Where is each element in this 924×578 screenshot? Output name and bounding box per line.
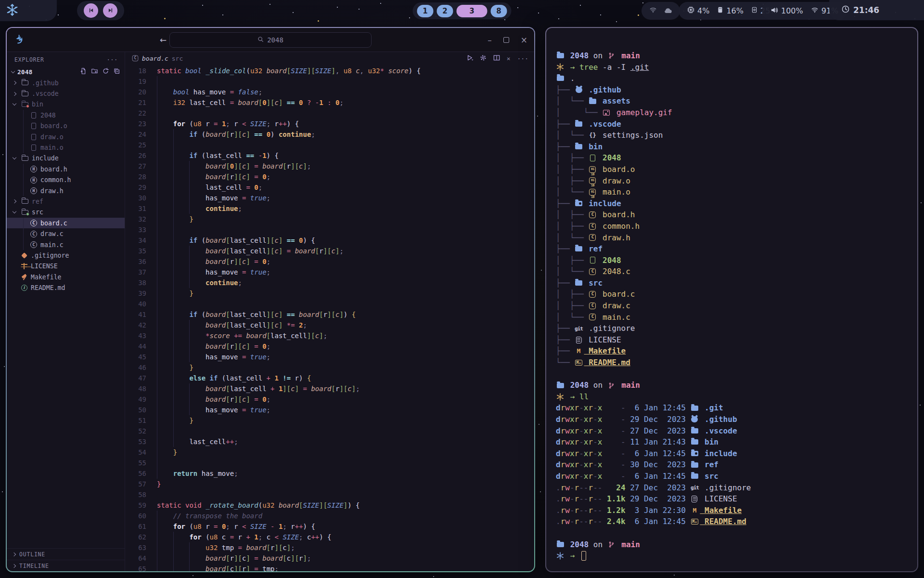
code-line-57[interactable]: 57}	[125, 479, 534, 489]
code-line-37[interactable]: 37has_move = true;	[125, 267, 534, 277]
code-line-62[interactable]: 62for (u8 c = r + 1; c < SIZE; c++) {	[125, 532, 534, 542]
breadcrumb[interactable]: C board.c src × ···	[125, 52, 534, 65]
code-line-44[interactable]: 44board[r][c] = 0;	[125, 341, 534, 352]
code-line-36[interactable]: 36board[r][c] = 0;	[125, 256, 534, 267]
tree-item-board-c[interactable]: Cboard.c	[7, 218, 125, 228]
tree-item-common-h[interactable]: Hcommon.h	[7, 175, 125, 185]
workspace-2[interactable]: 2	[437, 5, 453, 17]
editor-titlebar[interactable]: ← → 2048 – ×	[7, 28, 534, 52]
code-line-47[interactable]: 47else if (last_cell + 1 != r) {	[125, 373, 534, 383]
code-line-56[interactable]: 56return has_move;	[125, 468, 534, 479]
code-line-20[interactable]: 20bool has_move = false;	[125, 87, 534, 97]
terminal-content[interactable]: 2048 on main → tree -a -I .git .├── .git…	[546, 28, 917, 571]
code-line-43[interactable]: 43*score += board[last_cell][c];	[125, 330, 534, 341]
code-line-38[interactable]: 38continue;	[125, 277, 534, 288]
code-line-65[interactable]: 65board[c][r] = tmp;	[125, 564, 534, 571]
code-line-26[interactable]: 26if (last_cell == -1) {	[125, 150, 534, 161]
close-editor-icon[interactable]: ×	[507, 55, 511, 62]
media-prev-button[interactable]	[84, 3, 98, 18]
code-line-30[interactable]: 30has_move = true;	[125, 193, 534, 203]
more-actions-icon[interactable]: ···	[517, 55, 528, 62]
code-line-61[interactable]: 61for (u8 r = 0; r < SIZE - 1; r++) {	[125, 521, 534, 532]
code-line-52[interactable]: 52	[125, 426, 534, 436]
code-line-51[interactable]: 51}	[125, 415, 534, 426]
tree-item-2048[interactable]: 2048	[7, 110, 125, 120]
code-line-59[interactable]: 59static void _rotate_board(u32 board[SI…	[125, 500, 534, 511]
new-file-icon[interactable]	[80, 68, 87, 76]
code-line-24[interactable]: 24if (board[r][c] == 0) continue;	[125, 129, 534, 140]
launcher-module[interactable]	[0, 0, 57, 21]
code-line-33[interactable]: 33	[125, 224, 534, 235]
breadcrumb-folder[interactable]: src	[172, 55, 183, 62]
breadcrumb-file[interactable]: board.c	[142, 55, 168, 62]
code-line-55[interactable]: 55	[125, 458, 534, 468]
tree-item-board-h[interactable]: Hboard.h	[7, 164, 125, 174]
tree-item-board-o[interactable]: board.o	[7, 121, 125, 131]
code-line-34[interactable]: 34if (board[last_cell][c] == 0) {	[125, 235, 534, 246]
nav-back-button[interactable]: ←	[160, 35, 167, 45]
code-line-21[interactable]: 21i32 last_cell = board[0][c] == 0 ? -1 …	[125, 97, 534, 108]
tree-item-ref[interactable]: ref	[7, 196, 125, 207]
maximize-button[interactable]	[503, 37, 509, 43]
tree-item-include[interactable]: include	[7, 153, 125, 164]
code-line-35[interactable]: 35board[last_cell][c] = board[r][c];	[125, 246, 534, 256]
tree-item--gitignore[interactable]: .gitignore	[7, 250, 125, 261]
code-line-45[interactable]: 45has_move = true;	[125, 352, 534, 362]
code-line-42[interactable]: 42board[last_cell][c] *= 2;	[125, 320, 534, 330]
code-line-31[interactable]: 31continue;	[125, 203, 534, 214]
code-line-54[interactable]: 54}	[125, 447, 534, 458]
code-line-22[interactable]: 22	[125, 108, 534, 118]
clock-module[interactable]: 21:46	[829, 0, 924, 20]
code-line-28[interactable]: 28board[r][c] = 0;	[125, 171, 534, 182]
tree-item-LICENSE[interactable]: LICENSE	[7, 261, 125, 272]
workspace-8[interactable]: 8	[491, 5, 507, 17]
workspace-1[interactable]: 1	[417, 5, 434, 17]
code-line-27[interactable]: 27board[0][c] = board[r][c];	[125, 161, 534, 171]
minimize-button[interactable]: –	[488, 35, 492, 45]
close-button[interactable]: ×	[521, 35, 527, 45]
tree-item--vscode[interactable]: .vscode	[7, 88, 125, 99]
code-line-23[interactable]: 23for (u8 r = 1; r < SIZE; r++) {	[125, 118, 534, 129]
tree-item-src[interactable]: src	[7, 207, 125, 218]
code-line-53[interactable]: 53last_cell++;	[125, 436, 534, 447]
outline-panel[interactable]: OUTLINE	[7, 548, 125, 560]
tree-item-Makefile[interactable]: Makefile	[7, 272, 125, 282]
gear-icon[interactable]	[480, 54, 487, 63]
tree-item-draw-h[interactable]: Hdraw.h	[7, 185, 125, 196]
run-debug-icon[interactable]	[466, 54, 473, 63]
code-line-46[interactable]: 46}	[125, 362, 534, 373]
media-next-button[interactable]	[103, 3, 117, 18]
tree-item--github[interactable]: .github	[7, 78, 125, 88]
tree-item-draw-o[interactable]: draw.o	[7, 131, 125, 142]
tree-item-bin[interactable]: bin	[7, 99, 125, 110]
project-root-row[interactable]: 2048	[7, 66, 125, 78]
code-line-32[interactable]: 32}	[125, 214, 534, 224]
snowflake-icon[interactable]	[6, 3, 19, 18]
command-center-search[interactable]: 2048	[169, 32, 372, 48]
tree-item-main-o[interactable]: main.o	[7, 142, 125, 153]
code-line-40[interactable]: 40	[125, 299, 534, 309]
tree-item-main-c[interactable]: Cmain.c	[7, 239, 125, 250]
tree-item-draw-c[interactable]: Cdraw.c	[7, 228, 125, 239]
refresh-icon[interactable]	[103, 68, 109, 76]
code-line-64[interactable]: 64board[r][c] = board[c][r];	[125, 553, 534, 564]
code-line-18[interactable]: 18static bool _slide_col(u32 board[SIZE]…	[125, 66, 534, 76]
collapse-all-icon[interactable]	[114, 68, 120, 76]
code-line-19[interactable]: 19	[125, 76, 534, 87]
new-folder-icon[interactable]	[91, 68, 98, 76]
code-line-39[interactable]: 39}	[125, 288, 534, 299]
explorer-more-icon[interactable]: ···	[107, 56, 118, 63]
code-line-50[interactable]: 50has_move = true;	[125, 405, 534, 415]
code-line-48[interactable]: 48board[last_cell + 1][c] = board[r][c];	[125, 383, 534, 394]
timeline-panel[interactable]: TIMELINE	[7, 560, 125, 571]
workspace-3-active[interactable]: 3	[457, 5, 488, 17]
code-line-29[interactable]: 29last_cell = 0;	[125, 182, 534, 193]
code-line-63[interactable]: 63u32 tmp = board[r][c];	[125, 542, 534, 553]
code-line-49[interactable]: 49board[r][c] = 0;	[125, 394, 534, 405]
code-line-60[interactable]: 60// transpose the board	[125, 511, 534, 521]
code-line-58[interactable]: 58	[125, 489, 534, 500]
code-line-41[interactable]: 41if (board[last_cell][c] == board[r][c]…	[125, 309, 534, 320]
code-editor[interactable]: 18static bool _slide_col(u32 board[SIZE]…	[125, 65, 534, 571]
code-line-25[interactable]: 25	[125, 140, 534, 150]
split-editor-icon[interactable]	[493, 54, 500, 63]
